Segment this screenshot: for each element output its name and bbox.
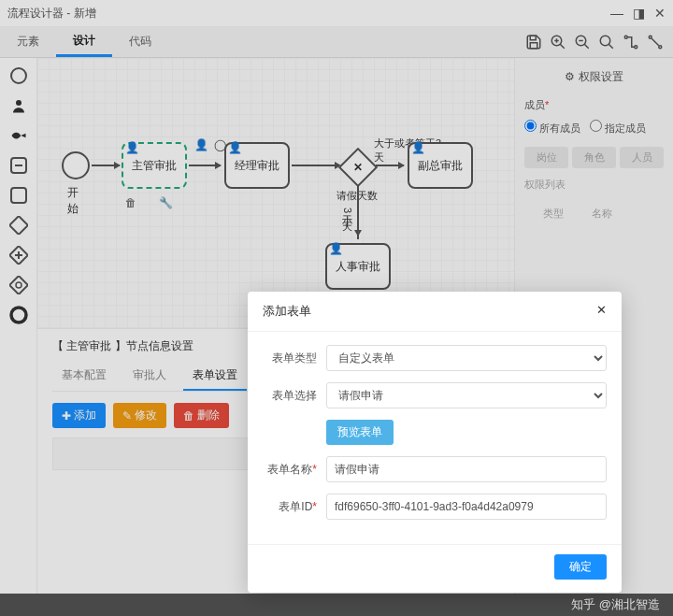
form-type-label: 表单类型 bbox=[263, 351, 326, 366]
watermark: 知乎 @湘北智造 bbox=[0, 594, 673, 616]
form-id-input[interactable] bbox=[326, 494, 607, 520]
modal-close-icon[interactable]: ✕ bbox=[596, 303, 607, 320]
modal-title: 添加表单 bbox=[263, 303, 311, 320]
form-select-label: 表单选择 bbox=[263, 388, 326, 404]
form-name-input[interactable] bbox=[326, 456, 607, 482]
form-name-label: 表单名称 bbox=[263, 462, 326, 478]
preview-form-button[interactable]: 预览表单 bbox=[326, 420, 394, 445]
form-select[interactable]: 请假申请 bbox=[326, 382, 607, 408]
ok-button[interactable]: 确定 bbox=[554, 554, 607, 580]
add-form-modal: 添加表单 ✕ 表单类型 自定义表单 表单选择 请假申请 预览表单 表单名称 表单… bbox=[248, 292, 622, 593]
form-id-label: 表单ID bbox=[263, 499, 326, 515]
form-type-select[interactable]: 自定义表单 bbox=[326, 345, 607, 371]
